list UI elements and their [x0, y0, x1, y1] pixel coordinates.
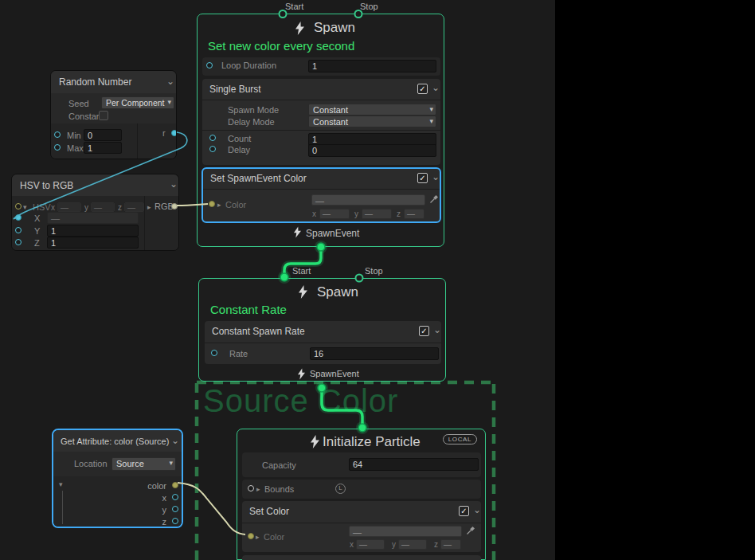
location-value: Source [116, 459, 144, 468]
chevron-down-icon[interactable]: ⌄ [473, 506, 481, 514]
expander-right-icon[interactable]: ▸ [256, 533, 260, 541]
constant-spawn-rate-checkbox[interactable]: ✓ [419, 326, 429, 336]
min-field[interactable]: 0 [84, 129, 122, 141]
z-field[interactable]: — [404, 209, 424, 219]
set-color-label: Color [264, 532, 284, 542]
chevron-down-icon[interactable]: ⌄ [171, 437, 179, 444]
hsv-input-port[interactable] [15, 203, 22, 210]
rate-label: Rate [229, 349, 248, 358]
capacity-row: Capacity 64 [242, 452, 481, 477]
z-field[interactable]: — [440, 539, 461, 550]
constant-spawn-rate-block[interactable]: Constant Spawn Rate ✓ ⌄ Rate 16 [205, 321, 441, 364]
initialize-title: Initialize Particle [323, 434, 421, 450]
lightning-icon [294, 226, 301, 238]
z-output-port[interactable] [172, 518, 178, 524]
capacity-label: Capacity [262, 460, 296, 470]
loop-duration-port[interactable] [206, 62, 213, 69]
y-field[interactable]: — [362, 209, 392, 219]
loop-duration-label: Loop Duration [221, 61, 276, 70]
chevron-down-icon[interactable]: ⌄ [433, 326, 441, 334]
color-output-port[interactable] [172, 482, 178, 488]
local-space-icon[interactable]: L [335, 484, 346, 494]
dropdown-arrow-icon: ▾ [167, 98, 171, 106]
z-row-field[interactable]: 1 [47, 237, 139, 249]
set-spawnevent-color-checkbox[interactable]: ✓ [417, 173, 428, 183]
chevron-down-icon[interactable]: ⌄ [170, 180, 178, 188]
set-color-checkbox[interactable]: ✓ [459, 506, 469, 516]
capacity-field[interactable]: 64 [349, 458, 479, 471]
system-group-title[interactable]: Source Color [203, 383, 398, 419]
chevron-down-icon[interactable]: ⌄ [432, 84, 440, 92]
y-row-field[interactable]: 1 [47, 225, 139, 237]
hsv-z-field[interactable]: — [124, 202, 144, 212]
set-color-port[interactable] [248, 533, 254, 539]
eyedropper-icon[interactable] [429, 194, 439, 204]
seed-dropdown[interactable]: Per Component ▾ [101, 96, 174, 109]
z-input-port[interactable] [15, 239, 22, 245]
delay-field[interactable]: 0 [308, 144, 436, 157]
rate-field[interactable]: 16 [310, 347, 439, 360]
hsv-to-rgb-header[interactable]: HSV to RGB ⌄ [12, 174, 178, 196]
get-attribute-node[interactable]: Get Attribute: color (Source) ⌄ Location… [52, 429, 183, 528]
x-row-field[interactable]: — [47, 212, 139, 224]
x-input-port[interactable] [15, 214, 22, 221]
vfx-graph-canvas[interactable]: Source Color Start Stop Spawn Set new co… [0, 0, 755, 560]
hsv-x-field[interactable]: — [57, 202, 81, 212]
rgb-output-port[interactable] [171, 203, 178, 210]
set-color-block[interactable]: Set Color ✓ ⌄ ▸ Color — x — y — z — [242, 501, 481, 552]
hsv-to-rgb-body: ▾ HSV x — y — z — X — Y 1 Z 1 ▸ RGB [12, 196, 178, 251]
delay-label: Delay [228, 145, 250, 155]
expander-right-icon[interactable]: ▸ [217, 201, 221, 209]
spawn1-subtitle[interactable]: Set new color every second [208, 39, 354, 53]
count-port[interactable] [209, 135, 216, 141]
spawn-mode-value: Constant [313, 105, 348, 115]
bounds-port[interactable] [248, 485, 254, 491]
set-color-field[interactable]: — [349, 526, 462, 537]
expander-right-icon[interactable]: ▸ [256, 485, 260, 493]
delay-mode-dropdown[interactable]: Constant ▾ [308, 116, 436, 127]
dropdown-arrow-icon: ▾ [169, 459, 173, 467]
initialize-particle-node[interactable]: Initialize Particle LOCAL Capacity 64 ▸ … [237, 429, 486, 560]
random-number-node[interactable]: Random Number ⌄ Seed Per Component ▾ Con… [50, 70, 177, 159]
single-burst-checkbox[interactable]: ✓ [417, 84, 428, 94]
y-output-port[interactable] [172, 506, 178, 512]
random-number-settings: Seed Per Component ▾ Constant [51, 93, 176, 123]
chevron-down-icon[interactable]: ⌄ [432, 173, 440, 181]
count-label: Count [228, 134, 251, 143]
dropdown-arrow-icon: ▾ [429, 105, 433, 113]
random-number-header[interactable]: Random Number ⌄ [51, 71, 176, 93]
hsv-y-field[interactable]: — [91, 202, 115, 212]
location-dropdown[interactable]: Source ▾ [111, 457, 176, 471]
spawn-mode-label: Spawn Mode [228, 105, 279, 115]
expander-down-icon[interactable]: ▾ [23, 203, 27, 211]
eyedropper-icon[interactable] [466, 526, 475, 535]
x-field[interactable]: — [319, 209, 350, 219]
max-port[interactable] [54, 144, 61, 151]
get-attribute-header[interactable]: Get Attribute: color (Source) ⌄ [53, 430, 182, 452]
max-field[interactable]: 1 [84, 142, 122, 154]
expander-down-icon[interactable]: ▾ [59, 480, 63, 488]
min-port[interactable] [54, 131, 61, 138]
spawnevent-color-field[interactable]: — [311, 194, 425, 206]
spawnevent-color-port[interactable] [209, 201, 215, 207]
r-output-label: r [162, 128, 166, 138]
x-field[interactable]: — [356, 539, 385, 550]
y-input-port[interactable] [15, 227, 22, 233]
set-spawnevent-color-block[interactable]: Set SpawnEvent Color ✓ ⌄ ▸ Color — x — y… [201, 167, 441, 223]
r-output-port[interactable] [171, 130, 177, 136]
loop-duration-field[interactable]: 1 [308, 60, 436, 72]
seed-value: Per Component [106, 98, 165, 108]
constant-checkbox[interactable] [99, 111, 108, 120]
rate-port[interactable] [211, 350, 217, 356]
max-label: Max [67, 143, 84, 153]
spawn1-node[interactable]: Spawn Set new color every second Loop Du… [197, 14, 444, 247]
spawn2-node[interactable]: Spawn Constant Rate Constant Spawn Rate … [198, 278, 446, 382]
delay-port[interactable] [209, 146, 216, 152]
hsv-to-rgb-node[interactable]: HSV to RGB ⌄ ▾ HSV x — y — z — X — Y 1 Z… [11, 174, 179, 251]
single-burst-block[interactable]: Single Burst ✓ ⌄ Spawn Mode Constant ▾ D… [202, 79, 440, 165]
spawn-mode-dropdown[interactable]: Constant ▾ [308, 104, 436, 116]
x-output-port[interactable] [172, 494, 178, 500]
y-field[interactable]: — [398, 539, 427, 550]
chevron-down-icon[interactable]: ⌄ [166, 77, 174, 85]
spawn2-subtitle[interactable]: Constant Rate [210, 303, 287, 316]
